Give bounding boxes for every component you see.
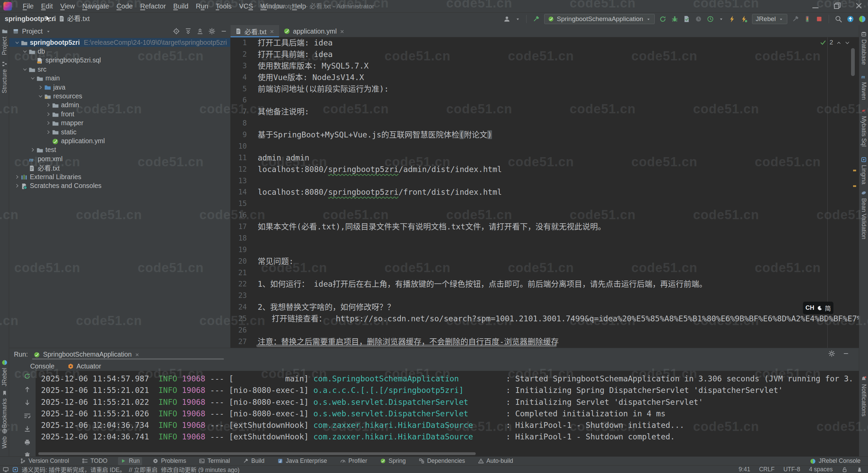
lock-icon[interactable] <box>842 466 848 473</box>
bolt-debug-button[interactable] <box>740 15 748 23</box>
menu-run[interactable]: Run <box>192 0 212 13</box>
softwrap-button[interactable] <box>24 412 31 419</box>
tool-window-button-maven[interactable]: mMaven <box>859 74 868 100</box>
menu-refactor[interactable]: Refactor <box>136 0 170 13</box>
clock-icon[interactable] <box>707 15 714 23</box>
arrow-up-icon[interactable] <box>24 386 31 393</box>
chev-up-icon[interactable] <box>836 40 842 45</box>
editor-tab-txt[interactable]: 必看.txt <box>231 25 279 37</box>
profile-dim-button[interactable] <box>695 15 702 23</box>
warning-stripe-mark[interactable] <box>853 170 856 171</box>
close-icon[interactable] <box>135 352 140 357</box>
bolt-run-icon[interactable] <box>728 15 736 23</box>
close-icon[interactable] <box>269 29 275 34</box>
jrebel-logo-button[interactable] <box>859 15 866 23</box>
rerun-button[interactable] <box>659 15 667 23</box>
update-icon[interactable] <box>847 15 854 23</box>
lock-icon[interactable] <box>842 467 848 473</box>
tool-window-button-jrebel[interactable]: JRebel <box>0 360 9 386</box>
traffic-button[interactable] <box>804 15 811 23</box>
close-icon[interactable] <box>339 29 345 34</box>
chev-right-icon[interactable] <box>46 120 51 126</box>
line-separator[interactable]: CRLF <box>759 466 775 473</box>
close-icon[interactable] <box>135 351 140 358</box>
stop-button[interactable] <box>815 15 823 23</box>
expand-all-button[interactable] <box>185 28 192 35</box>
chev-right-icon[interactable] <box>46 130 51 135</box>
scrollend-icon[interactable] <box>24 425 31 433</box>
jrebel-select[interactable]: JRebel <box>752 14 787 24</box>
chev-down-icon[interactable] <box>22 67 27 72</box>
tool-window-button-problems[interactable]: Problems <box>150 457 189 465</box>
gear-icon[interactable] <box>209 28 215 35</box>
file-encoding[interactable]: UTF-8 <box>783 466 800 473</box>
minus-button[interactable] <box>220 28 227 35</box>
gear-button[interactable] <box>828 350 835 357</box>
profile-dim-icon[interactable] <box>695 15 702 23</box>
win-close-icon[interactable] <box>854 1 863 10</box>
minus-button[interactable] <box>843 350 849 357</box>
gear-button[interactable] <box>209 28 215 35</box>
tree-item-springbootp5zri[interactable]: springbootp5zriE:\releaseComp\24-10\9\0\… <box>9 38 230 47</box>
tree-item-java[interactable]: java <box>9 83 230 92</box>
user-plus-icon[interactable] <box>503 15 511 23</box>
arrow-down-button[interactable] <box>24 399 31 406</box>
tree-item-application-yml[interactable]: application.yml <box>9 136 230 145</box>
tool-window-button-spring[interactable]: Spring <box>378 457 408 465</box>
minus-icon[interactable] <box>843 350 849 357</box>
tree-item-txt[interactable]: 必看.txt <box>9 163 230 172</box>
tool-window-button-structure[interactable]: Structure <box>0 61 9 93</box>
tree-item-springbootp5zri-sql[interactable]: springbootp5zri.sql <box>9 56 230 65</box>
gear-icon[interactable] <box>828 350 835 357</box>
lingma-icon[interactable] <box>12 467 18 473</box>
printer-icon[interactable] <box>24 439 31 446</box>
chev-down-icon[interactable] <box>38 94 43 99</box>
chev-right-icon[interactable] <box>46 112 51 117</box>
menu-build[interactable]: Build <box>170 0 192 13</box>
close-icon[interactable] <box>269 27 275 35</box>
close-icon[interactable] <box>339 27 345 35</box>
tree-item-test[interactable]: test <box>9 146 230 154</box>
chev-right-icon[interactable] <box>38 85 43 90</box>
monitor-icon[interactable] <box>3 467 9 473</box>
editor-horizontal-scrollbar[interactable] <box>256 344 557 347</box>
hammer-green-icon[interactable] <box>532 15 540 23</box>
menu-view[interactable]: View <box>57 0 79 13</box>
tool-window-button-dependencies[interactable]: Dependencies <box>416 457 468 465</box>
caret-icon[interactable] <box>46 29 51 34</box>
softwrap-icon[interactable] <box>24 412 31 419</box>
tool-window-button-web[interactable]: Web <box>0 428 9 449</box>
lingma-icon[interactable] <box>12 466 18 473</box>
tool-window-button-build[interactable]: Build <box>240 457 267 465</box>
coverage-button[interactable] <box>683 15 690 23</box>
editor-tab-application-yml[interactable]: application.yml <box>279 25 349 37</box>
stop-icon[interactable] <box>815 15 823 23</box>
search-icon[interactable] <box>835 15 842 23</box>
traffic-icon[interactable] <box>804 15 811 23</box>
bolt-run-button[interactable] <box>728 15 736 23</box>
debug-button[interactable] <box>671 15 678 23</box>
chev-down-icon[interactable] <box>30 76 35 81</box>
minus-icon[interactable] <box>220 28 227 35</box>
tree-item-resources[interactable]: resources <box>9 92 230 100</box>
win-restore-icon[interactable] <box>833 1 842 10</box>
tree-item-front[interactable]: front <box>9 110 230 118</box>
tool-window-button-bookmarks[interactable]: Bookmarks <box>0 390 9 428</box>
run-configuration-select[interactable]: SpringbootSchemaApplication <box>544 14 655 24</box>
chev-down-icon[interactable] <box>22 49 27 54</box>
target-button[interactable] <box>173 28 180 35</box>
restart-ide-link[interactable]: // 立即重启 <box>129 465 158 473</box>
hammer-dim-icon[interactable] <box>792 15 799 23</box>
hammer-dim-button[interactable] <box>792 15 799 23</box>
target-icon[interactable] <box>173 28 180 35</box>
chevron-down-icon[interactable] <box>46 28 51 34</box>
arrow-down-icon[interactable] <box>24 399 31 406</box>
caret-position[interactable]: 9:41 <box>739 466 750 473</box>
rerun-icon[interactable] <box>24 373 31 380</box>
collapse-all-icon[interactable] <box>197 28 203 35</box>
jrebel-console-button[interactable]: JRebel Console <box>810 457 861 465</box>
warning-stripe-mark[interactable] <box>853 185 856 187</box>
console-output[interactable]: 2025-12-06 11:54:57.987 INFO 19068 --- [… <box>36 371 859 457</box>
tool-window-button-lingma[interactable]: Lingma <box>859 157 868 184</box>
chevron-up-icon[interactable] <box>836 39 842 46</box>
